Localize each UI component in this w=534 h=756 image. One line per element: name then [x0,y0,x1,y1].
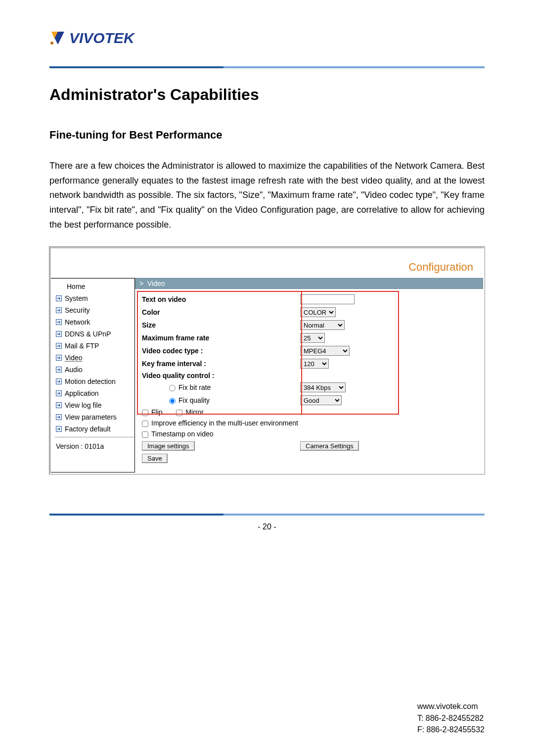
row-size: Size Normal [142,319,478,331]
top-rule [49,66,485,68]
config-header: Configuration [51,248,483,278]
breadcrumb-prefix: > [139,280,143,287]
row-timestamp: Timestamp on video [142,428,478,439]
select-fix-quality[interactable]: Good [300,395,342,405]
sidebar-item-home[interactable]: Home [55,281,134,292]
sidebar-item-label: Video [65,354,83,362]
expand-icon [56,295,62,301]
sidebar-item-ddns-upnp[interactable]: DDNS & UPnP [55,328,134,340]
sidebar-item-label: Application [65,389,99,397]
camera-settings-button[interactable]: Camera Settings [300,441,359,451]
image-settings-button[interactable]: Image settings [142,441,195,451]
bottom-rule [49,514,485,516]
label-improve-efficiency: Improve efficiency in the multi-user env… [151,419,298,427]
expand-icon [56,402,62,408]
footer-contact: www.vivotek.com T: 886-2-82455282 F: 886… [417,701,485,735]
expand-icon [56,390,62,396]
sidebar-item-motion-detection[interactable]: Motion detection [55,376,134,387]
row-max-frame-rate: Maximum frame rate 25 [142,331,478,344]
sidebar-item-network[interactable]: Network [55,316,134,328]
sidebar-item-security[interactable]: Security [55,304,134,316]
footer-fax: F: 886-2-82455532 [417,724,485,735]
config-main-panel: > Video Text on video Color COLOR Size N… [135,278,483,472]
checkbox-improve-efficiency[interactable] [142,421,148,427]
expand-icon [56,331,62,337]
row-improve-efficiency: Improve efficiency in the multi-user env… [142,418,478,428]
config-header-title: Configuration [408,261,473,274]
sidebar-item-system[interactable]: System [55,292,134,304]
input-text-on-video[interactable] [300,294,355,304]
breadcrumb-current: Video [147,280,165,287]
label-color: Color [142,308,300,316]
row-buttons: Image settings Camera Settings [142,439,478,452]
row-quality-header: Video quality control : [142,370,478,381]
checkbox-flip[interactable] [142,410,148,416]
row-video-codec: Video codec type : MPEG4 [142,344,478,357]
sidebar-item-application[interactable]: Application [55,387,134,399]
brand-logo: VIVOTEK [49,30,485,47]
logo-wordmark: VIVOTEK [69,30,134,47]
page-number: - 20 - [49,522,485,531]
select-max-frame-rate[interactable]: 25 [300,333,325,343]
footer-url: www.vivotek.com [417,701,485,712]
label-fix-bit-rate: Fix bit rate [178,383,211,391]
checkbox-mirror[interactable] [176,410,182,416]
section-title: Fine-tuning for Best Performance [49,129,485,142]
sidebar-item-label: Audio [65,366,83,374]
save-button[interactable]: Save [142,454,168,463]
select-color[interactable]: COLOR [300,307,336,317]
sidebar-item-label: DDNS & UPnP [65,330,111,338]
row-flip-mirror: Flip Mirror [142,407,478,418]
row-color: Color COLOR [142,306,478,319]
select-fix-bit-rate[interactable]: 384 Kbps [300,382,346,392]
config-screenshot: Configuration Home System Security Netwo… [49,247,485,474]
select-keyframe[interactable]: 120 [300,359,329,369]
label-text-on-video: Text on video [142,295,300,303]
row-fix-bit-rate: Fix bit rate 384 Kbps [142,381,478,394]
expand-icon [56,378,62,384]
footer-tel: T: 886-2-82455282 [417,712,485,724]
expand-icon [56,414,62,420]
sidebar-item-label: Network [65,318,90,326]
row-keyframe: Key frame interval : 120 [142,357,478,370]
row-save: Save [142,452,478,465]
sidebar-item-label: Mail & FTP [65,342,99,350]
label-flip: Flip [151,408,163,416]
sidebar-item-label: View log file [65,401,101,409]
expand-icon [56,426,62,432]
label-size: Size [142,321,300,329]
sidebar-item-label: System [65,294,88,302]
sidebar-item-view-log[interactable]: View log file [55,399,134,411]
sidebar-item-label: Home [67,283,85,290]
expand-icon [56,355,62,361]
sidebar-item-video[interactable]: Video [55,352,134,364]
expand-icon [56,307,62,313]
sidebar-item-label: Factory default [65,425,111,433]
label-video-codec: Video codec type : [142,347,300,355]
radio-fix-quality[interactable] [169,398,176,404]
select-size[interactable]: Normal [300,320,345,330]
page-title: Administrator's Capabilities [49,86,485,104]
logo-mark-icon [49,30,66,47]
sidebar-item-label: Motion detection [65,378,116,385]
label-timestamp: Timestamp on video [151,430,214,438]
row-text-on-video: Text on video [142,293,478,306]
checkbox-timestamp[interactable] [142,431,148,438]
config-sidebar: Home System Security Network DDNS & UPnP… [51,278,135,472]
label-fix-quality: Fix quality [178,396,210,404]
sidebar-item-mail-ftp[interactable]: Mail & FTP [55,340,134,352]
body-paragraph: There are a few choices the Administrato… [49,159,485,232]
expand-icon [56,367,62,373]
sidebar-item-audio[interactable]: Audio [55,364,134,376]
sidebar-item-factory-default[interactable]: Factory default [55,423,134,435]
sidebar-item-view-parameters[interactable]: View parameters [55,411,134,423]
expand-icon [56,319,62,325]
sidebar-version: Version : 0101a [55,437,134,452]
expand-icon [56,343,62,349]
breadcrumb: > Video [135,278,483,289]
select-video-codec[interactable]: MPEG4 [300,346,350,356]
sidebar-item-label: View parameters [65,413,117,421]
radio-fix-bit-rate[interactable] [169,385,176,391]
label-mirror: Mirror [185,408,204,416]
row-fix-quality: Fix quality Good [142,394,478,407]
